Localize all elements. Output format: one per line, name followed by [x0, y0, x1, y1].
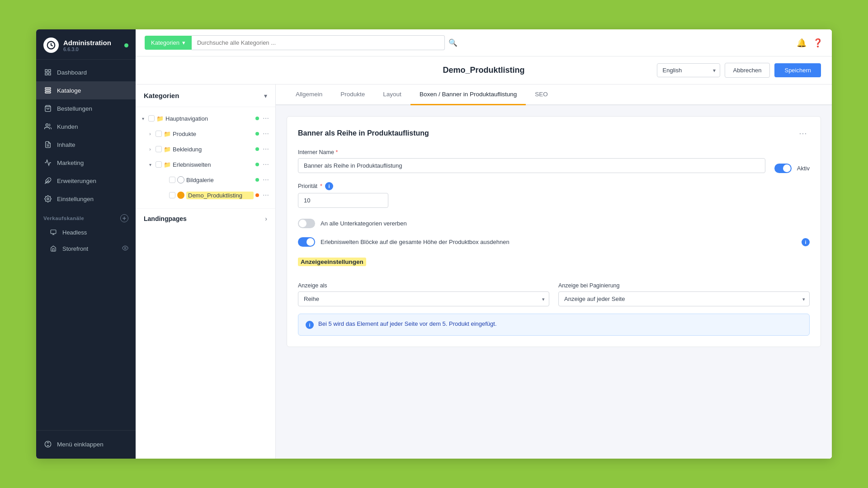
help-button[interactable]: ❓ — [813, 38, 823, 48]
anzeige-paginierung-select[interactable]: Anzeige auf jeder Seite Nur erste Seite … — [558, 291, 810, 306]
svg-rect-15 — [51, 230, 56, 234]
save-button[interactable]: Speichern — [774, 63, 821, 77]
unterkategorien-toggle[interactable] — [298, 219, 315, 228]
collapse-menu-button[interactable]: Menü einklappen — [36, 435, 136, 453]
anzeige-als-select[interactable]: Reihe Spalte Gitter — [298, 291, 549, 306]
tree-more-button[interactable]: ⋯ — [261, 129, 271, 138]
svg-point-18 — [124, 247, 126, 249]
checkbox-bildgalerie[interactable] — [169, 177, 175, 183]
checkbox-demo-produktlisting[interactable] — [169, 192, 175, 198]
anzeige-als-label: Anzeige als — [298, 282, 549, 289]
anzeige-als-group: Anzeige als Reihe Spalte Gitter ▾ — [298, 282, 549, 306]
internal-name-input[interactable] — [298, 158, 765, 173]
search-input[interactable] — [192, 35, 445, 50]
sidebar-item-einstellungen[interactable]: Einstellungen — [36, 190, 136, 208]
anzeige-paginierung-label: Anzeige bei Paginierung — [558, 282, 810, 289]
tab-layout[interactable]: Layout — [374, 84, 410, 105]
cancel-button[interactable]: Abbrechen — [725, 63, 770, 78]
sidebar-item-dashboard[interactable]: Dashboard — [36, 63, 136, 81]
panel-collapse-button[interactable]: ▾ — [264, 92, 267, 99]
erweiterungen-icon — [43, 176, 52, 185]
checkbox-produkte[interactable] — [156, 131, 162, 137]
notifications-button[interactable]: 🔔 — [797, 38, 807, 48]
more-options-button[interactable]: ⋯ — [796, 127, 810, 139]
form-card: Banner als Reihe in Produktauflistung ⋯ … — [287, 116, 821, 347]
sidebar-item-storefront[interactable]: Storefront — [36, 240, 136, 257]
tree-label: Erlebniswelten — [173, 161, 254, 168]
info-box-icon: i — [306, 321, 314, 329]
landingpages-section: Landingpages › — [136, 208, 275, 229]
language-select[interactable]: English Deutsch — [657, 63, 720, 77]
add-sales-channel-button[interactable]: + — [120, 214, 128, 222]
marketing-icon — [43, 158, 52, 167]
sidebar-item-kataloge[interactable]: Kataloge — [36, 81, 136, 99]
status-dot — [255, 147, 259, 151]
tree-item-demo-produktlisting[interactable]: Demo_Produktlisting ⋯ — [136, 188, 275, 203]
sidebar-item-inhalte[interactable]: Inhalte — [36, 136, 136, 154]
status-indicator — [124, 43, 128, 47]
sales-channels-label: Verkaufskanäle — [43, 216, 84, 221]
tree-more-button[interactable]: ⋯ — [261, 145, 271, 154]
folder-icon: 📁 — [164, 146, 171, 153]
search-wrapper: Kategorien ▾ 🔍 — [145, 35, 461, 50]
sidebar-item-headless[interactable]: Headless — [36, 224, 136, 240]
search-category-button[interactable]: Kategorien ▾ — [145, 36, 192, 50]
collapse-label: Menü einklappen — [57, 441, 104, 448]
top-bar: Kategorien ▾ 🔍 🔔 ❓ — [136, 29, 832, 56]
tree-label-active: Demo_Produktlisting — [186, 192, 254, 199]
tree-more-button[interactable]: ⋯ — [261, 114, 271, 123]
svg-rect-3 — [48, 73, 51, 75]
checkbox-hauptnavigation[interactable] — [148, 115, 155, 122]
prioritaet-label: Priorität * i — [298, 182, 810, 190]
tree-more-button[interactable]: ⋯ — [261, 191, 271, 200]
aktiv-label: Aktiv — [797, 165, 810, 172]
tree-label: Bekleidung — [173, 146, 254, 153]
svg-rect-1 — [45, 70, 47, 72]
sidebar-item-marketing[interactable]: Marketing — [36, 154, 136, 172]
tree-item-erlebniswelten[interactable]: ▾ 📁 Erlebniswelten ⋯ — [136, 157, 275, 172]
sidebar-item-label: Inhalte — [57, 141, 75, 148]
storefront-icon — [49, 244, 58, 253]
tab-allgemein[interactable]: Allgemein — [287, 84, 331, 105]
category-tree: ▾ 📁 Hauptnavigation ⋯ › 📁 Pro — [136, 107, 275, 206]
tree-item-bekleidung[interactable]: › 📁 Bekleidung ⋯ — [136, 141, 275, 157]
sidebar-item-erweiterungen[interactable]: Erweiterungen — [36, 172, 136, 190]
kunden-icon — [43, 122, 52, 131]
sidebar-item-kunden[interactable]: Kunden — [36, 117, 136, 136]
erlebniswelten-label: Erlebniswelten Blöcke auf die gesamte Hö… — [321, 239, 509, 245]
circle-icon — [177, 176, 184, 183]
sidebar-navigation: Dashboard Kataloge — [36, 60, 136, 430]
sidebar-item-bestellungen[interactable]: Bestellungen — [36, 99, 136, 117]
spacer-icon — [163, 192, 167, 199]
erlebniswelten-toggle[interactable] — [298, 237, 315, 247]
sidebar-footer: Menü einklappen — [36, 430, 136, 459]
sidebar-item-label: Headless — [62, 229, 87, 236]
aktiv-toggle[interactable] — [774, 164, 792, 173]
required-indicator: * — [335, 149, 338, 155]
tab-seo[interactable]: SEO — [526, 84, 557, 105]
kataloge-icon — [43, 86, 52, 95]
tree-label: Hauptnavigation — [165, 115, 254, 122]
headless-icon — [49, 228, 58, 237]
status-dot-orange — [255, 193, 259, 197]
tab-boxen-banner[interactable]: Boxen / Banner in Produktauflistung — [410, 84, 526, 105]
tree-item-produkte[interactable]: › 📁 Produkte ⋯ — [136, 126, 275, 141]
erlebniswelten-info-icon[interactable]: i — [802, 238, 810, 246]
tree-item-hauptnavigation[interactable]: ▾ 📁 Hauptnavigation ⋯ — [136, 111, 275, 126]
tab-produkte[interactable]: Produkte — [331, 84, 374, 105]
panel-header: Kategorien ▾ — [136, 84, 275, 107]
form-card-title: Banner als Reihe in Produktauflistung — [298, 129, 429, 137]
tree-item-bildgalerie[interactable]: Bildgalerie ⋯ — [136, 172, 275, 188]
prioritaet-input[interactable] — [298, 193, 388, 208]
tabs-bar: Allgemein Produkte Layout Boxen / Banner… — [276, 84, 832, 105]
top-bar-right: 🔔 ❓ — [797, 38, 823, 48]
svg-point-9 — [46, 124, 48, 126]
tree-more-button[interactable]: ⋯ — [261, 160, 271, 169]
checkbox-erlebniswelten[interactable] — [156, 161, 162, 168]
search-submit-button[interactable]: 🔍 — [445, 38, 461, 47]
tree-more-button[interactable]: ⋯ — [261, 175, 271, 184]
landingpages-header[interactable]: Landingpages › — [136, 209, 275, 229]
checkbox-bekleidung[interactable] — [156, 146, 162, 152]
storefront-visibility-icon[interactable] — [122, 245, 128, 253]
prioritaet-info-icon[interactable]: i — [325, 182, 333, 190]
